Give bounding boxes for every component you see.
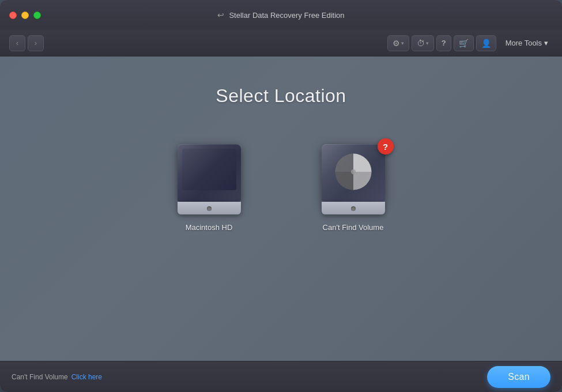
drive-icon-wrapper-cant-find: ? xyxy=(316,141,391,216)
toolbar-icons: ⚙ ▾ ⏱ ▾ ? 🛒 👤 xyxy=(387,35,496,51)
error-badge: ? xyxy=(378,138,394,154)
minimize-button[interactable] xyxy=(21,12,29,19)
pie-chart-svg xyxy=(333,152,374,192)
pie-hd-base xyxy=(322,202,385,214)
pie-drive-icon xyxy=(322,144,385,213)
hd-body xyxy=(178,144,241,202)
svg-point-1 xyxy=(350,169,355,174)
hd-base xyxy=(178,202,241,214)
history-dropdown-arrow: ▾ xyxy=(426,40,429,46)
main-content: Select Location Macintosh HD ? xyxy=(0,56,562,361)
back-nav-button[interactable]: ‹ xyxy=(9,35,25,51)
pie-hd-body xyxy=(322,144,385,202)
help-icon: ? xyxy=(442,39,446,47)
titlebar-title: Stellar Data Recovery Free Edition xyxy=(229,11,344,20)
bottom-status-text: Can't Find Volume xyxy=(12,373,68,381)
maximize-button[interactable] xyxy=(33,12,41,19)
forward-icon: › xyxy=(35,39,37,47)
drive-item-macintosh-hd[interactable]: Macintosh HD xyxy=(172,141,247,232)
app-window: ↩ Stellar Data Recovery Free Edition ‹ ›… xyxy=(0,0,562,392)
user-icon: 👤 xyxy=(481,39,491,48)
history-button[interactable]: ⏱ ▾ xyxy=(412,35,434,51)
traffic-lights xyxy=(9,12,41,19)
drive-label-cant-find: Can't Find Volume xyxy=(323,223,384,232)
gear-icon: ⚙ xyxy=(393,39,400,48)
page-title: Select Location xyxy=(216,85,346,107)
more-tools-arrow: ▾ xyxy=(544,39,548,47)
titlebar-center: ↩ Stellar Data Recovery Free Edition xyxy=(217,10,344,20)
titlebar-back-icon: ↩ xyxy=(217,10,224,20)
drive-icon-wrapper-macintosh xyxy=(172,141,247,216)
bottom-status: Can't Find Volume Click here xyxy=(12,373,487,381)
drives-container: Macintosh HD ? xyxy=(172,141,391,232)
more-tools-label: More Tools xyxy=(506,39,542,47)
click-here-link[interactable]: Click here xyxy=(71,373,102,381)
gear-dropdown-arrow: ▾ xyxy=(401,40,404,46)
close-button[interactable] xyxy=(9,12,17,19)
bottom-bar: Can't Find Volume Click here Scan xyxy=(0,361,562,392)
settings-button[interactable]: ⚙ ▾ xyxy=(387,35,409,51)
help-button[interactable]: ? xyxy=(436,35,451,51)
cart-icon: 🛒 xyxy=(459,39,469,48)
scan-button[interactable]: Scan xyxy=(487,366,550,388)
drive-item-cant-find-volume[interactable]: ? xyxy=(316,141,391,232)
toolbar: ‹ › ⚙ ▾ ⏱ ▾ ? 🛒 👤 xyxy=(0,30,562,56)
cart-button[interactable]: 🛒 xyxy=(454,35,474,51)
drive-label-macintosh: Macintosh HD xyxy=(186,223,233,232)
more-tools-button[interactable]: More Tools ▾ xyxy=(501,36,553,50)
user-button[interactable]: 👤 xyxy=(476,35,496,51)
titlebar: ↩ Stellar Data Recovery Free Edition xyxy=(0,0,562,30)
forward-nav-button[interactable]: › xyxy=(28,35,44,51)
history-icon: ⏱ xyxy=(417,39,425,48)
nav-buttons: ‹ › xyxy=(9,35,44,51)
back-icon: ‹ xyxy=(16,39,18,47)
hard-drive-icon-macintosh xyxy=(178,144,241,213)
